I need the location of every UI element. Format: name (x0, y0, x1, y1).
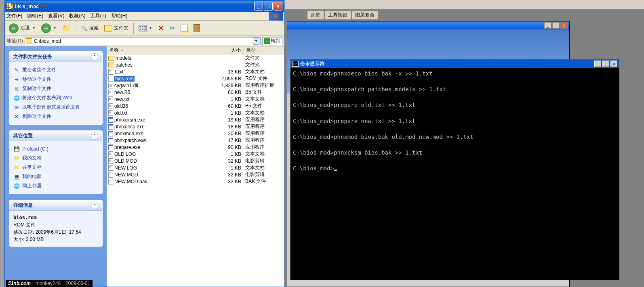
cmd-titlebar[interactable]: C:\ 命令提示符 _ □ × (290, 59, 619, 68)
file-row[interactable]: NEW.LOG1 KB文本文档 (107, 164, 284, 171)
ps-tab-tool-presets[interactable]: 工具预设 (324, 10, 351, 19)
cmd-minimize[interactable]: _ (594, 61, 602, 67)
file-name: NEW.LOG (114, 165, 137, 171)
file-row[interactable]: NEW.MOD32 KB电影剪辑 (107, 171, 284, 178)
search-icon: 🔍 (81, 25, 87, 31)
folders-button[interactable]: 文件夹 (103, 24, 130, 32)
column-name[interactable]: 名称▲ (107, 46, 215, 54)
file-row[interactable]: NEW.MOD.bak32 KBBAK 文件 (107, 178, 284, 185)
file-row[interactable]: cygwin1.dll1,829 KB应用程序扩展 (107, 82, 284, 89)
forward-button[interactable]: → ▼ (40, 23, 58, 34)
place-item-2[interactable]: 📁共享文档 (13, 163, 98, 172)
explorer-titlebar[interactable]: bios_mod _ □ × (5, 0, 284, 12)
file-row[interactable]: old.txt1 KB文本文档 (107, 109, 284, 116)
chevron-down-icon[interactable]: ▼ (32, 26, 36, 30)
footer-watermark: 51nb.com monkey248 2009-06-01 (6, 280, 93, 287)
menu-a[interactable]: 收藏(A) (69, 13, 85, 19)
task-item-1[interactable]: ➜移动这个文件 (13, 75, 98, 84)
collapse-icon[interactable]: ⌃ (91, 202, 98, 209)
task-item-0[interactable]: ✎重命名这个文件 (13, 65, 98, 75)
up-button[interactable]: 📁 (61, 23, 73, 34)
go-button[interactable]: → 转到 (262, 37, 282, 45)
folders-label: 文件夹 (114, 25, 128, 31)
file-type: 电影剪辑 (244, 157, 284, 164)
close-button[interactable]: × (274, 2, 282, 10)
collapse-icon[interactable]: ⌃ (91, 53, 98, 61)
column-type[interactable]: 类型 (244, 46, 284, 54)
task-label: 重命名这个文件 (22, 67, 56, 73)
rom-icon (108, 76, 113, 82)
file-row[interactable]: OLD.MOD32 KB电影剪辑 (107, 157, 284, 164)
place-item-4[interactable]: 🌐网上邻居 (13, 181, 98, 191)
copy-icon (181, 25, 188, 32)
minimize-button[interactable]: _ (254, 2, 263, 10)
chevron-down-icon[interactable]: ▼ (149, 26, 152, 30)
ps-doc-close[interactable]: × (560, 22, 568, 29)
task-label: 移动这个文件 (22, 76, 51, 83)
details-panel: 详细信息 ⌃ bios.rom ROM 文件 修改日期: 2009年6月1日, … (9, 200, 103, 247)
paste-button[interactable] (192, 23, 202, 33)
menu-v[interactable]: 查看(V) (48, 13, 64, 19)
file-row[interactable]: phnxpatch.exe17 KB应用程序 (107, 137, 284, 144)
address-dropdown[interactable]: ▼ (253, 38, 259, 45)
ps-tab-layer-comps[interactable]: 图层复合 (351, 10, 378, 19)
details-header[interactable]: 详细信息 ⌃ (9, 200, 102, 211)
collapse-icon[interactable]: ⌃ (91, 132, 98, 140)
file-row[interactable]: new.B560 KBB5 文件 (107, 89, 284, 96)
task-item-5[interactable]: ✕删除这个文件 (13, 112, 98, 121)
place-item-3[interactable]: 💻我的电脑 (13, 172, 98, 181)
file-name: new.B5 (114, 90, 130, 95)
menu-e[interactable]: 编辑(E) (27, 13, 43, 19)
maximize-button[interactable]: □ (264, 2, 273, 10)
task-item-3[interactable]: 🌐将这个文件发布到 Web (13, 93, 98, 103)
task-item-2[interactable]: ⎘复制这个文件 (13, 84, 98, 93)
back-button[interactable]: ← 后退 ▼ (7, 23, 37, 34)
file-type: 文本文档 (244, 68, 284, 75)
file-row[interactable]: bios.rom2,055 KBROM 文件 (107, 75, 284, 82)
file-type: 应用程序 (244, 137, 284, 144)
place-item-0[interactable]: 💾Preload (C:) (13, 145, 98, 153)
menu-f[interactable]: 文件(F) (6, 13, 22, 19)
file-row[interactable]: prepare.exe90 KB应用程序 (107, 144, 284, 151)
copy-button[interactable] (179, 24, 189, 33)
task-item-4[interactable]: ✉以电子邮件形式发送此文件 (13, 103, 98, 112)
file-type: 文本文档 (244, 151, 284, 157)
file-row[interactable]: 1.txt13 KB文本文档 (107, 68, 284, 75)
address-label: 地址(D) (6, 38, 23, 44)
ps-doc-maximize[interactable]: □ (552, 22, 560, 29)
ps-doc-minimize[interactable]: _ (544, 22, 551, 29)
ps-doc-titlebar[interactable]: _ □ × (287, 21, 569, 29)
dll-icon (108, 83, 113, 88)
tasks-header[interactable]: 文件和文件夹任务 ⌃ (9, 52, 102, 62)
file-row[interactable]: models文件夹 (107, 54, 284, 61)
delete-icon: ✕ (158, 24, 164, 33)
address-input[interactable]: C:\bios_mod ▼ (25, 37, 261, 45)
view-button[interactable]: ▼ (137, 24, 154, 32)
file-type: 电影剪辑 (244, 171, 284, 178)
cmd-maximize[interactable]: □ (602, 61, 610, 67)
task-label: 将这个文件发布到 Web (22, 94, 72, 101)
file-row[interactable]: new.txt1 KB文本文档 (107, 96, 284, 103)
column-size[interactable]: 大小 (215, 46, 244, 54)
file-row[interactable]: old.B560 KBB5 文件 (107, 103, 284, 109)
menu-h[interactable]: 帮助(H) (111, 13, 128, 19)
forward-icon: → (41, 23, 51, 33)
cut-button[interactable]: ✂ (168, 23, 177, 33)
file-row[interactable]: OLD.LOG1 KB文本文档 (107, 151, 284, 157)
cmd-close[interactable]: × (610, 61, 618, 67)
go-icon: → (264, 38, 270, 44)
file-row[interactable]: phnxdeco.exe18 KB应用程序 (107, 123, 284, 130)
ps-tab-brush[interactable]: 画笔 (307, 10, 324, 19)
cmd-output[interactable]: C:\bios_mod>phnxdeco bios.bak -x >> 1.tx… (290, 68, 619, 280)
delete-button[interactable]: ✕ (156, 23, 166, 34)
places-header[interactable]: 其它位置 ⌃ (9, 131, 102, 141)
menu-t[interactable]: 工具(T) (90, 13, 106, 19)
search-button[interactable]: 🔍 搜索 (80, 24, 100, 32)
file-row[interactable]: phnxcksm.exe19 KB应用程序 (107, 116, 284, 123)
file-row[interactable]: patches文件夹 (107, 61, 284, 68)
place-item-1[interactable]: 📁我的文档 (13, 153, 98, 163)
chevron-down-icon[interactable]: ▼ (53, 26, 57, 30)
sort-asc-icon: ▲ (120, 48, 124, 52)
file-row[interactable]: phnxmod.exe20 KB应用程序 (107, 130, 284, 137)
task-label: 以电子邮件形式发送此文件 (22, 104, 80, 111)
